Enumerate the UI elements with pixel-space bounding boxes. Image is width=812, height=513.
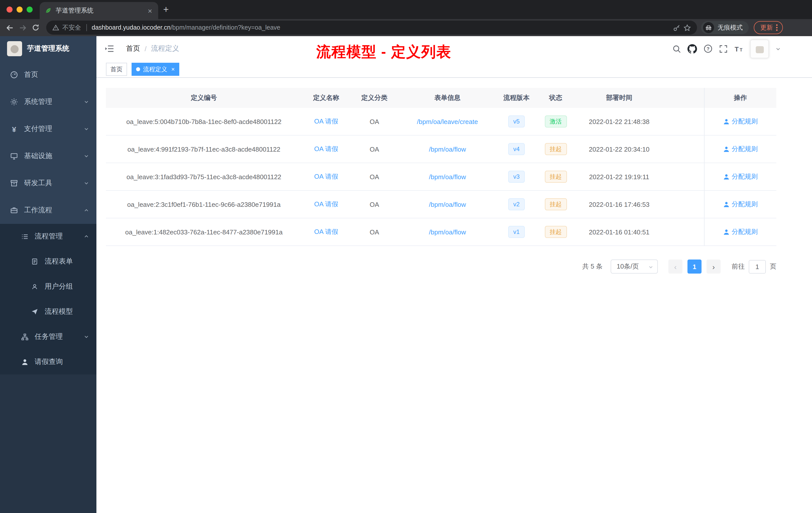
incognito-badge: 无痕模式 (701, 21, 749, 34)
back-icon[interactable] (3, 21, 16, 34)
table-header-row: 定义编号 定义名称 定义分类 表单信息 流程版本 状态 部署时间 操作 (106, 88, 776, 108)
hamburger-fold-icon[interactable] (105, 45, 114, 53)
sidebar-item-devtools[interactable]: 研发工具 (0, 170, 96, 197)
avatar-caret-icon[interactable] (775, 46, 781, 52)
page-size-value: 10条/页 (617, 262, 639, 271)
cell-deploy-time: 2022-01-22 19:19:11 (575, 173, 663, 180)
browser-update-button[interactable]: 更新 (754, 21, 783, 34)
sidebar: 芋道管理系统 首页 系统管理 ¥ 支付管理 (0, 36, 96, 513)
github-icon[interactable] (688, 44, 697, 54)
fullscreen-icon[interactable] (719, 44, 728, 53)
tab-close-icon[interactable]: × (147, 7, 153, 14)
window-controls (0, 0, 40, 19)
password-key-icon[interactable] (673, 24, 680, 31)
cell-definition-id: oa_leave:3:1fad3d93-7b75-11ec-a3c8-acde4… (106, 173, 302, 180)
tag-close-icon[interactable]: × (171, 66, 175, 72)
page-size-select[interactable]: 10条/页 (611, 260, 658, 274)
definition-name-link[interactable]: OA 请假 (314, 173, 338, 180)
security-warning-icon[interactable] (52, 24, 59, 31)
sidebar-item-payment[interactable]: ¥ 支付管理 (0, 116, 96, 143)
minimize-window-button[interactable] (17, 6, 23, 12)
bookmark-star-icon[interactable] (684, 24, 691, 31)
sidebar-item-label: 任务管理 (35, 332, 63, 341)
forward-icon[interactable] (16, 21, 29, 34)
version-badge[interactable]: v3 (508, 171, 524, 183)
url-text[interactable]: dashboard.yudao.iocoder.cn/bpm/manager/d… (92, 24, 280, 31)
definition-name-link[interactable]: OA 请假 (314, 228, 338, 235)
browser-toolbar: 不安全 dashboard.yudao.iocoder.cn/bpm/manag… (0, 19, 812, 36)
assign-rule-label: 分配规则 (732, 200, 758, 209)
user-avatar[interactable] (750, 39, 769, 58)
sidebar-item-infrastructure[interactable]: 基础设施 (0, 143, 96, 170)
close-window-button[interactable] (6, 6, 12, 12)
sidebar-item-user-group[interactable]: 用户分组 (0, 274, 96, 299)
browser-tab[interactable]: 芋道管理系统 × (40, 2, 158, 19)
incognito-label: 无痕模式 (718, 23, 743, 32)
sidebar-item-process-model[interactable]: 流程模型 (0, 299, 96, 324)
dashboard-icon (10, 71, 18, 79)
column-header-status: 状态 (536, 93, 575, 102)
tab-title: 芋道管理系统 (56, 6, 143, 15)
sidebar-item-workflow[interactable]: 工作流程 (0, 197, 96, 224)
browser-menu-dots-icon[interactable] (776, 24, 778, 32)
sidebar-item-task-management[interactable]: 任务管理 (0, 324, 96, 350)
sidebar-item-leave-query[interactable]: 请假查询 (0, 350, 96, 374)
assign-rule-button[interactable]: 分配规则 (723, 200, 758, 209)
svg-text:T: T (740, 47, 743, 52)
definition-name-link[interactable]: OA 请假 (314, 145, 338, 153)
assign-rule-button[interactable]: 分配规则 (723, 228, 758, 236)
security-label[interactable]: 不安全 (62, 23, 81, 32)
logo-title: 芋道管理系统 (27, 44, 69, 53)
search-icon[interactable] (672, 44, 681, 53)
current-page-button[interactable]: 1 (688, 260, 701, 274)
form-info-link[interactable]: /bpm/oa/leave/create (417, 118, 478, 125)
new-tab-button[interactable]: + (163, 4, 169, 15)
goto-page-input[interactable] (749, 260, 766, 273)
definition-name-link[interactable]: OA 请假 (314, 200, 338, 208)
assign-rule-button[interactable]: 分配规则 (723, 145, 758, 154)
assign-rule-button[interactable]: 分配规则 (723, 172, 758, 181)
goto-label: 前往 (732, 262, 745, 271)
cell-category: OA (350, 228, 398, 236)
archive-icon (10, 179, 18, 187)
zoom-window-button[interactable] (27, 6, 33, 12)
cell-deploy-time: 2022-01-22 20:34:10 (575, 145, 663, 153)
form-info-link[interactable]: /bpm/oa/flow (429, 228, 466, 236)
version-badge[interactable]: v4 (508, 143, 524, 155)
form-info-link[interactable]: /bpm/oa/flow (429, 145, 466, 153)
form-info-link[interactable]: /bpm/oa/flow (429, 201, 466, 208)
monitor-icon (10, 152, 18, 160)
chevron-down-icon (83, 126, 89, 132)
version-badge[interactable]: v2 (508, 198, 524, 210)
sidebar-item-home[interactable]: 首页 (0, 61, 96, 88)
workflow-submenu: 流程管理 流程表单 用户分组 (0, 224, 96, 374)
sidebar-item-system[interactable]: 系统管理 (0, 88, 96, 116)
table-row: oa_leave:5:004b710b-7b8a-11ec-8ef0-acde4… (106, 108, 776, 135)
prev-page-button[interactable]: ‹ (668, 260, 683, 274)
reload-icon[interactable] (29, 21, 42, 34)
definition-name-link[interactable]: OA 请假 (314, 117, 338, 125)
assign-rule-label: 分配规则 (732, 117, 758, 126)
version-badge[interactable]: v5 (508, 116, 524, 127)
font-size-icon[interactable]: TT (734, 44, 744, 53)
form-info-link[interactable]: /bpm/oa/flow (429, 173, 466, 180)
tag-process-definition[interactable]: 流程定义 × (132, 63, 179, 76)
sidebar-item-process-form[interactable]: 流程表单 (0, 249, 96, 274)
user-group-icon (31, 283, 39, 290)
help-icon[interactable]: ? (703, 44, 713, 53)
version-badge[interactable]: v1 (508, 226, 524, 238)
assign-rule-button[interactable]: 分配规则 (723, 117, 758, 126)
sidebar-logo[interactable]: 芋道管理系统 (0, 36, 96, 61)
cell-category: OA (350, 118, 398, 125)
app-header: 首页 / 流程定义 流程模型 - 定义列表 ? (96, 36, 812, 61)
omnibox-divider (86, 24, 87, 31)
address-bar[interactable]: 不安全 dashboard.yudao.iocoder.cn/bpm/manag… (46, 21, 697, 35)
tag-home[interactable]: 首页 (106, 63, 127, 76)
assign-rule-label: 分配规则 (732, 228, 758, 236)
cell-definition-id: oa_leave:2:3c1f0ef1-76b1-11ec-9c66-a2380… (106, 201, 302, 208)
next-page-button[interactable]: › (706, 260, 721, 274)
status-badge: 挂起 (545, 226, 567, 238)
page-unit-label: 页 (770, 262, 776, 271)
sidebar-item-process-management[interactable]: 流程管理 (0, 224, 96, 249)
breadcrumb-home[interactable]: 首页 (126, 44, 140, 53)
